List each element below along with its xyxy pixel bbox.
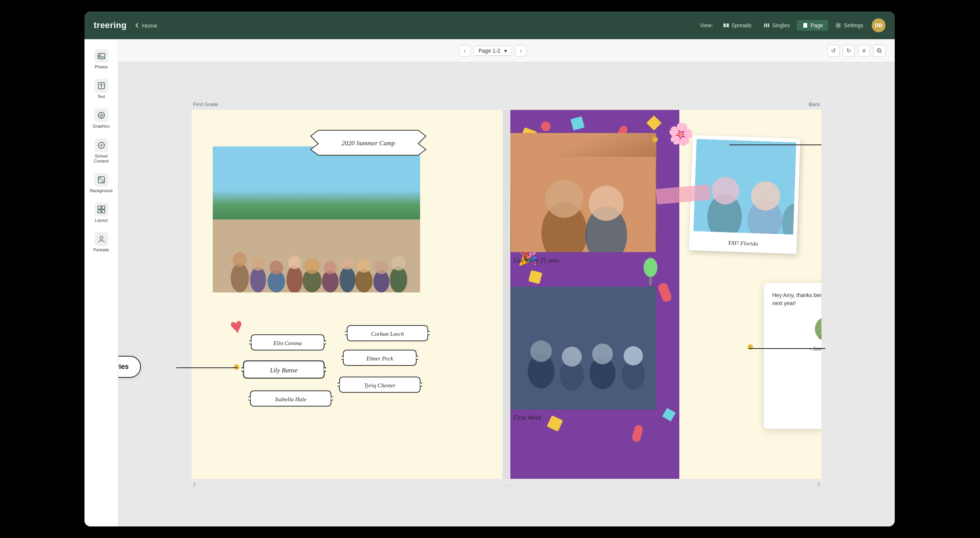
svg-rect-24	[102, 210, 105, 213]
svg-point-42	[339, 267, 356, 293]
rotate-right-button[interactable]: ↻	[843, 45, 855, 57]
svg-text:Tyriq Chester: Tyriq Chester	[364, 382, 396, 389]
svg-point-13	[100, 144, 103, 146]
settings-button[interactable]: Settings	[830, 20, 869, 31]
sidebar-item-portraits[interactable]: Portraits	[87, 228, 116, 256]
add-signatures-line	[748, 348, 825, 349]
add-photos-line	[729, 144, 821, 145]
back-arrow-icon	[134, 23, 140, 28]
name-tag-tyriq[interactable]: Tyriq Chester	[338, 375, 422, 396]
portraits-label: Portraits	[93, 247, 109, 252]
text-icon: T	[94, 79, 108, 93]
left-page: 2020 Summer Camp ♥ Elin Corona	[192, 110, 503, 479]
confetti-yellow-2	[528, 270, 543, 284]
school-content-label: SchoolContent	[94, 154, 109, 164]
sidebar-item-school-content[interactable]: SchoolContent	[87, 134, 116, 168]
page-icon	[802, 22, 808, 28]
view-label: View:	[700, 22, 713, 28]
svg-rect-0	[723, 23, 726, 27]
svg-point-35	[269, 261, 283, 274]
left-sidebar: Photos T Text Graphics SchoolContent Bac…	[84, 39, 118, 526]
prev-page-button[interactable]: ‹	[459, 45, 470, 56]
svg-rect-3	[766, 23, 767, 27]
sidebar-item-background[interactable]: Background	[87, 169, 116, 197]
svg-point-47	[375, 261, 388, 274]
rotate-left-button[interactable]: ↺	[827, 45, 839, 57]
zoom-button[interactable]	[873, 45, 886, 57]
confetti-pink-circle	[541, 121, 551, 131]
svg-point-6	[837, 24, 839, 27]
confetti-teal-3	[662, 408, 676, 422]
user-avatar[interactable]: DB	[872, 18, 886, 32]
app-window: treering Home View: Spreads	[84, 12, 895, 526]
page-nav-bar: ‹ Page 1-2 ▾ › ↺ ↻ #	[118, 39, 895, 62]
spreads-icon	[723, 22, 729, 28]
svg-rect-19	[98, 177, 101, 180]
name-tag-elin[interactable]: Elin Corona	[249, 333, 326, 354]
svg-point-49	[391, 256, 406, 271]
add-memories-bubble: Add Memories	[118, 356, 141, 378]
svg-point-71	[624, 346, 643, 365]
svg-point-69	[592, 344, 613, 364]
page-divider	[503, 110, 510, 479]
couple-photo[interactable]: Live every 21 ones	[510, 133, 656, 252]
page-navigation: ‹ Page 1-2 ▾ ›	[459, 45, 526, 56]
svg-point-67	[562, 347, 582, 367]
zoom-icon	[876, 48, 882, 54]
photo-indicator-dot	[652, 137, 658, 142]
name-tag-corban[interactable]: Corban Leech	[345, 324, 430, 344]
page-tools: ↺ ↻ #	[827, 45, 886, 57]
lily-indicator-dot	[234, 364, 239, 370]
spreads-view-button[interactable]: Spreads	[718, 20, 757, 31]
page-view-button[interactable]: Page	[797, 20, 829, 31]
view-buttons: Spreads Singles Page	[718, 20, 869, 31]
text-label: Text	[97, 94, 105, 99]
signer-avatar-svg	[815, 317, 821, 341]
couple-photo-svg	[510, 157, 656, 252]
svg-point-32	[250, 267, 266, 293]
right-page-label: Back	[809, 101, 820, 107]
sidebar-item-photos[interactable]: Photos	[87, 45, 116, 73]
next-page-button[interactable]: ›	[515, 45, 526, 56]
app-logo: treering	[94, 20, 127, 30]
signature-card[interactable]: Hey Amy, thanks being a great friend, se…	[764, 283, 821, 429]
name-tag-isabella[interactable]: Isabella Hale	[248, 389, 333, 410]
singles-view-button[interactable]: Singles	[758, 20, 795, 31]
svg-point-45	[357, 259, 371, 273]
heart-decoration: ♥	[228, 313, 245, 340]
layout-label: Layout	[95, 218, 108, 223]
signature-message: Hey Amy, thanks being a great friend, se…	[772, 291, 821, 307]
svg-text:Elmer Peck: Elmer Peck	[366, 355, 393, 362]
graphics-icon	[94, 108, 108, 122]
photo-caption-3: First Week	[510, 412, 545, 423]
signature-name: - Jasmine Lance	[772, 346, 821, 352]
name-tag-lily[interactable]: Lily Banse	[242, 359, 326, 382]
svg-rect-5	[803, 23, 807, 28]
svg-point-39	[305, 259, 320, 274]
ribbon-svg: 2020 Summer Camp	[307, 128, 430, 159]
grid-button[interactable]: #	[858, 45, 870, 57]
right-page-number: 3	[817, 482, 820, 487]
page-selector[interactable]: Page 1-2 ▾	[473, 46, 512, 56]
svg-point-37	[288, 256, 301, 269]
main-group-photo[interactable]	[213, 146, 420, 292]
canvas-wrapper: First Grade Back 2 3 ...	[192, 110, 821, 479]
back-button[interactable]: Home	[134, 22, 157, 29]
crowd-photo[interactable]: First Week	[510, 287, 656, 410]
crowd-photo-svg	[510, 287, 656, 410]
svg-point-31	[233, 252, 247, 267]
sidebar-item-graphics[interactable]: Graphics	[87, 105, 116, 133]
confetti-teal	[571, 116, 585, 131]
top-nav: treering Home View: Spreads	[84, 12, 895, 39]
sidebar-item-text[interactable]: T Text	[87, 75, 116, 103]
confetti-yellow-3	[547, 415, 563, 432]
svg-rect-2	[764, 23, 765, 27]
add-memories-line	[176, 367, 238, 368]
portraits-icon	[94, 232, 108, 246]
sidebar-item-layout[interactable]: Layout	[87, 199, 116, 227]
singles-icon	[764, 22, 770, 28]
name-tag-elmer[interactable]: Elmer Peck	[341, 348, 418, 369]
ribbon-banner: 2020 Summer Camp	[307, 128, 430, 159]
canvas-area[interactable]: First Grade Back 2 3 ...	[118, 62, 895, 526]
right-page: 🎉	[510, 110, 821, 479]
